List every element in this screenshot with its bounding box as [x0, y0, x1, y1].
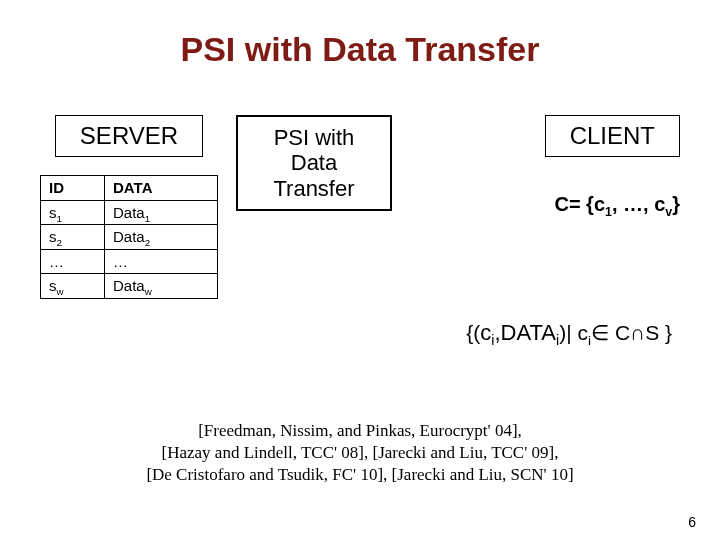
txt: } [672, 193, 680, 215]
elem-of: ∈ [591, 321, 615, 344]
client-column: CLIENT C= {c1, …, cv} [410, 115, 680, 216]
cell-sub: 2 [145, 237, 150, 248]
th-data: DATA [105, 176, 218, 201]
cell: Data2 [105, 225, 218, 250]
c-i2: ci [578, 321, 592, 344]
references: [Freedman, Nissim, and Pinkas, Eurocrypt… [0, 420, 720, 486]
txt: , …, c [612, 193, 665, 215]
client-set-formula: C= {c1, …, cv} [554, 193, 680, 216]
cell-base: Data [113, 228, 145, 245]
cell-sub: 1 [145, 213, 150, 224]
slide: PSI with Data Transfer SERVER ID DATA s1… [0, 0, 720, 540]
txt: c [480, 320, 491, 345]
data-i: DATAi [501, 320, 560, 345]
cell-sub: 2 [57, 237, 62, 248]
txt: DATA [501, 320, 556, 345]
txt: C= {c [554, 193, 605, 215]
txt: )| [559, 321, 577, 344]
cell: s1 [41, 200, 105, 225]
ref-line: [Freedman, Nissim, and Pinkas, Eurocrypt… [0, 420, 720, 442]
table-row: sw Dataw [41, 274, 218, 299]
cell-base: s [49, 228, 57, 245]
txt: {( [466, 321, 480, 344]
ref-line: [De Cristofaro and Tsudik, FC' 10], [Jar… [0, 464, 720, 486]
server-label: SERVER [55, 115, 203, 157]
cell-base: Data [113, 277, 145, 294]
result-formula: {(ci,DATAi)| ci∈ C∩S } [466, 320, 672, 346]
txt: c [578, 321, 589, 344]
server-column: SERVER ID DATA s1 Data1 s2 Data2 … … [40, 115, 218, 299]
cell: … [105, 249, 218, 274]
table-row: … … [41, 249, 218, 274]
sub: 1 [605, 205, 612, 219]
client-label: CLIENT [545, 115, 680, 157]
cell: s2 [41, 225, 105, 250]
cell-base: s [49, 277, 57, 294]
cell-base: s [49, 204, 57, 221]
cell: Dataw [105, 274, 218, 299]
content-row: SERVER ID DATA s1 Data1 s2 Data2 … … [40, 115, 680, 299]
psi-line1: PSI with [256, 125, 372, 150]
cell: Data1 [105, 200, 218, 225]
psi-line2: Data Transfer [256, 150, 372, 201]
txt: C∩S } [615, 321, 672, 344]
middle-column: PSI with Data Transfer [236, 115, 392, 211]
slide-title: PSI with Data Transfer [40, 30, 680, 69]
cell: … [41, 249, 105, 274]
table-row: s1 Data1 [41, 200, 218, 225]
th-id: ID [41, 176, 105, 201]
cell-base: Data [113, 204, 145, 221]
psi-box: PSI with Data Transfer [236, 115, 392, 211]
page-number: 6 [688, 514, 696, 530]
table-row: s2 Data2 [41, 225, 218, 250]
cell-sub: w [57, 286, 64, 297]
cell-sub: w [145, 286, 152, 297]
cell-sub: 1 [57, 213, 62, 224]
ref-line: [Hazay and Lindell, TCC' 08], [Jarecki a… [0, 442, 720, 464]
server-table: ID DATA s1 Data1 s2 Data2 … … sw Dataw [40, 175, 218, 299]
c-i: ci [480, 320, 494, 345]
table-header-row: ID DATA [41, 176, 218, 201]
cell: sw [41, 274, 105, 299]
